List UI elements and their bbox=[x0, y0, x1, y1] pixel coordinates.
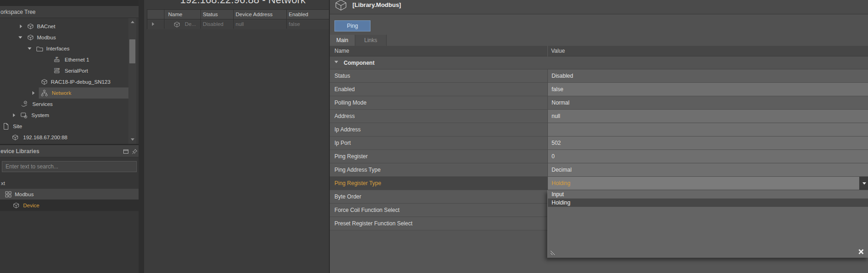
tree-item-modbus[interactable]: Modbus bbox=[0, 32, 128, 43]
device-table-header: Name Status Device Address Enabled bbox=[147, 10, 329, 19]
tree-item-serialport[interactable]: COM SerialPort bbox=[0, 65, 128, 76]
scrollbar-thumb[interactable] bbox=[129, 39, 135, 63]
column-divider bbox=[286, 10, 287, 29]
tree-item-label: Ethernet 1 bbox=[65, 57, 89, 62]
resize-grip-icon[interactable] bbox=[550, 248, 558, 256]
document-icon bbox=[2, 123, 10, 130]
property-row-ping-address-type[interactable]: Ping Address Type Decimal bbox=[330, 163, 868, 177]
property-value[interactable]: Decimal bbox=[547, 163, 868, 177]
property-row-ip-port[interactable]: Ip Port 502 bbox=[330, 136, 868, 150]
column-header-value[interactable]: Value bbox=[551, 48, 565, 54]
pin-icon[interactable] bbox=[132, 149, 138, 155]
dropdown-option-input[interactable]: Input bbox=[548, 190, 868, 199]
tree-item-rac18[interactable]: RAC18-IP-debug_SN123 bbox=[0, 76, 128, 87]
close-icon[interactable] bbox=[858, 248, 864, 255]
property-name: Preset Register Function Select bbox=[330, 217, 547, 230]
scroll-down-icon[interactable] bbox=[129, 136, 135, 143]
tree-item-label: Interfaces bbox=[46, 46, 70, 51]
group-collapse-icon[interactable] bbox=[334, 61, 338, 63]
dropdown-popup: Input Holding bbox=[547, 190, 868, 258]
property-value[interactable] bbox=[547, 123, 868, 136]
property-name: Address bbox=[330, 110, 547, 123]
cube-icon bbox=[27, 23, 34, 30]
tree-item-services[interactable]: Services bbox=[0, 99, 128, 110]
cube-icon bbox=[12, 134, 19, 141]
inspector-header: [Library.Modbus] bbox=[330, 0, 868, 14]
expander-expanded-icon[interactable] bbox=[28, 48, 31, 50]
property-row-ping-register[interactable]: Ping Register 0 bbox=[330, 150, 868, 163]
expander-collapsed-icon[interactable] bbox=[13, 113, 15, 117]
dropdown-option-holding[interactable]: Holding bbox=[548, 199, 868, 207]
tree-item-site[interactable]: Site bbox=[0, 121, 128, 132]
property-value[interactable]: Normal bbox=[547, 96, 868, 110]
svg-text:COM: COM bbox=[54, 68, 60, 70]
expander-expanded-icon[interactable] bbox=[18, 37, 22, 39]
property-value[interactable]: Disabled bbox=[547, 69, 868, 83]
property-row-address[interactable]: Address null bbox=[330, 110, 868, 123]
property-name: Enabled bbox=[330, 83, 547, 96]
property-name: Ping Address Type bbox=[330, 163, 547, 177]
cell-status: Disabled bbox=[203, 19, 224, 29]
library-item-device[interactable]: Device bbox=[0, 200, 139, 211]
property-value[interactable]: 502 bbox=[547, 136, 868, 150]
expander-collapsed-icon[interactable] bbox=[32, 91, 35, 95]
expander-collapsed-icon[interactable] bbox=[20, 25, 22, 28]
property-name: Polling Mode bbox=[330, 96, 547, 110]
tree-item-controller[interactable]: 192.168.67.200:88 bbox=[0, 132, 128, 143]
column-header-status[interactable]: Status bbox=[203, 10, 218, 19]
tree-item-system[interactable]: System bbox=[0, 110, 128, 121]
property-value[interactable]: false bbox=[547, 83, 868, 96]
workspace-tree: BACnet Modbus Interfaces I bbox=[0, 18, 139, 144]
property-row-ping-register-type[interactable]: Ping Register Type Holding bbox=[330, 177, 868, 190]
cube-icon bbox=[41, 78, 48, 86]
tree-scrollbar[interactable] bbox=[128, 18, 136, 144]
property-row-enabled[interactable]: Enabled false bbox=[330, 83, 868, 96]
panel-divider[interactable] bbox=[139, 0, 144, 273]
tree-item-ethernet1[interactable]: IP Ethernet 1 bbox=[0, 54, 128, 65]
property-value[interactable]: 0 bbox=[547, 150, 868, 163]
search-input[interactable] bbox=[2, 161, 137, 172]
library-partial-label: xt bbox=[1, 180, 5, 186]
property-row-ip-address[interactable]: Ip Address bbox=[330, 123, 868, 136]
device-table-row[interactable]: De... Disabled null false bbox=[147, 19, 329, 29]
tree-item-label: 192.168.67.200:88 bbox=[23, 135, 67, 140]
restore-panel-icon[interactable] bbox=[123, 149, 129, 155]
dropdown-button[interactable] bbox=[859, 177, 868, 190]
property-grid: Name Value Component Status Disabled Ena… bbox=[330, 46, 868, 273]
property-name: Status bbox=[330, 69, 547, 83]
tree-item-label: Site bbox=[13, 124, 22, 129]
column-header-name[interactable]: Name bbox=[168, 10, 182, 19]
tree-item-label: System bbox=[31, 112, 49, 118]
system-icon bbox=[20, 112, 28, 119]
tree-item-interfaces[interactable]: Interfaces bbox=[0, 43, 128, 54]
column-divider bbox=[164, 10, 164, 29]
scroll-up-icon[interactable] bbox=[129, 19, 135, 25]
group-row-component[interactable]: Component bbox=[330, 56, 868, 69]
property-row-status[interactable]: Status Disabled bbox=[330, 69, 868, 83]
ping-button[interactable]: Ping bbox=[334, 20, 370, 31]
column-header-enabled[interactable]: Enabled bbox=[289, 10, 308, 19]
grid-icon bbox=[5, 191, 12, 198]
window-top-strip bbox=[0, 0, 139, 6]
row-expander-icon[interactable] bbox=[152, 22, 154, 26]
property-value[interactable]: null bbox=[547, 110, 868, 123]
cube-icon bbox=[334, 0, 348, 12]
tab-links[interactable]: Links bbox=[355, 35, 387, 46]
tree-item-label: SerialPort bbox=[65, 68, 88, 74]
tree-item-label: Network bbox=[52, 90, 71, 96]
tree-item-label: RAC18-IP-debug_SN123 bbox=[51, 79, 110, 85]
property-name: Force Coil Function Select bbox=[330, 204, 547, 217]
folder-icon bbox=[36, 45, 43, 52]
tree-item-label: BACnet bbox=[37, 24, 55, 29]
device-libraries-header: evice Libraries bbox=[0, 146, 139, 157]
property-row-polling-mode[interactable]: Polling Mode Normal bbox=[330, 96, 868, 110]
tree-item-bacnet[interactable]: BACnet bbox=[0, 21, 128, 32]
column-header-name[interactable]: Name bbox=[334, 48, 349, 54]
library-item-modbus[interactable]: Modbus bbox=[0, 189, 139, 200]
column-header-device-address[interactable]: Device Address bbox=[236, 10, 273, 19]
tree-item-network[interactable]: Network bbox=[0, 87, 128, 99]
tab-main[interactable]: Main bbox=[330, 35, 355, 46]
property-value[interactable]: Holding bbox=[547, 177, 868, 190]
chevron-down-icon bbox=[862, 182, 866, 185]
column-divider bbox=[200, 10, 201, 29]
